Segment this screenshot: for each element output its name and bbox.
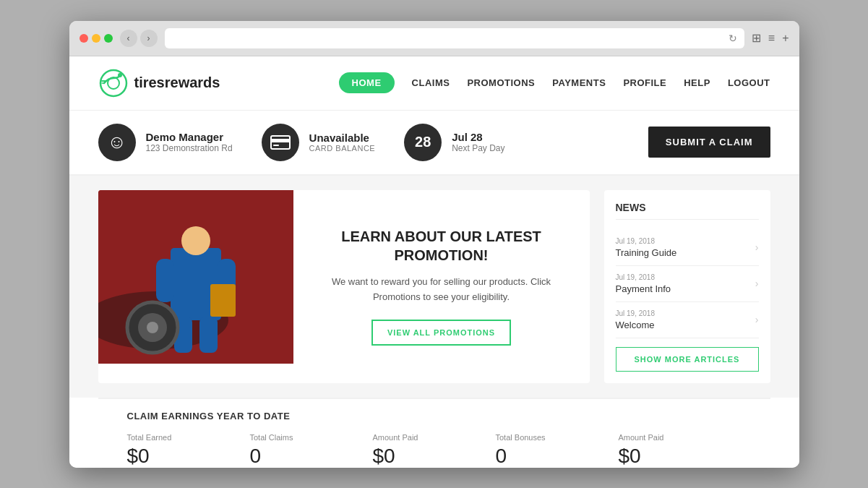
card-info: Unavailable CARD BALANCE — [262, 124, 376, 161]
nav-profile[interactable]: PROFILE — [623, 77, 666, 88]
logo-area: tiresrewards — [98, 68, 220, 98]
chevron-right-icon-0: › — [755, 241, 759, 253]
user-details: Demo Manager 123 Demonstration Rd — [146, 131, 233, 153]
traffic-lights — [80, 34, 113, 43]
earnings-section: CLAIM EARNINGS YEAR TO DATE Total Earned… — [98, 398, 770, 468]
show-more-articles-button[interactable]: SHOW MORE ARTICLES — [616, 347, 759, 372]
person-icon: ☺ — [107, 131, 126, 153]
card-status: Unavailable — [309, 132, 376, 144]
pay-label: Next Pay Day — [452, 143, 504, 153]
main-nav: HOME CLAIMS PROMOTIONS PAYMENTS PROFILE … — [339, 72, 770, 93]
svg-rect-13 — [199, 317, 218, 353]
grid-icon[interactable]: ⊞ — [752, 31, 761, 45]
user-name: Demo Manager — [146, 131, 233, 143]
site-header: tiresrewards HOME CLAIMS PROMOTIONS PAYM… — [69, 56, 799, 111]
card-label: CARD BALANCE — [309, 144, 376, 153]
address-bar[interactable]: ↻ — [165, 28, 744, 48]
stat-total-bonuses: Total Bonuses 0 — [496, 433, 619, 468]
svg-rect-5 — [273, 145, 279, 146]
promo-image — [98, 190, 293, 364]
news-date-0: Jul 19, 2018 — [616, 237, 755, 245]
pay-day-circle: 28 — [404, 124, 442, 161]
svg-point-17 — [147, 322, 158, 333]
minimize-button[interactable] — [92, 34, 100, 43]
news-name-2: Welcome — [616, 320, 755, 330]
svg-rect-4 — [271, 139, 290, 142]
pay-day-info: 28 Jul 28 Next Pay Day — [404, 124, 504, 161]
browser-actions: ⊞ ≡ + — [752, 31, 789, 45]
stat-label-1: Total Claims — [250, 433, 358, 442]
svg-point-2 — [118, 73, 122, 77]
news-item-1[interactable]: Jul 19, 2018 Payment Info › — [616, 266, 759, 302]
reload-icon[interactable]: ↻ — [729, 33, 737, 44]
news-date-2: Jul 19, 2018 — [616, 309, 755, 317]
avatar: ☺ — [98, 124, 136, 161]
stat-value-1: 0 — [250, 445, 358, 468]
svg-rect-10 — [156, 259, 174, 302]
stat-value-0: $0 — [127, 445, 236, 468]
website-content: tiresrewards HOME CLAIMS PROMOTIONS PAYM… — [69, 56, 799, 468]
nav-help[interactable]: HELP — [684, 77, 710, 88]
news-name-1: Payment Info — [616, 283, 755, 294]
nav-claims[interactable]: CLAIMS — [412, 77, 450, 88]
close-button[interactable] — [80, 34, 88, 43]
view-promotions-button[interactable]: VIEW ALL PROMOTIONS — [371, 320, 511, 346]
stat-value-2: $0 — [373, 445, 481, 468]
svg-rect-14 — [210, 284, 236, 317]
browser-chrome: ‹ › ↻ ⊞ ≡ + — [69, 21, 799, 56]
news-name-0: Training Guide — [616, 247, 755, 258]
credit-card-icon — [270, 135, 291, 150]
news-item-content-1: Jul 19, 2018 Payment Info — [616, 273, 755, 294]
card-icon-circle — [262, 124, 299, 161]
stat-label-3: Total Bonuses — [496, 433, 604, 442]
pay-day-details: Jul 28 Next Pay Day — [452, 131, 504, 153]
stat-label-4: Amount Paid — [619, 433, 727, 442]
add-tab-icon[interactable]: + — [782, 32, 788, 45]
logo-icon — [98, 68, 129, 98]
browser-window: ‹ › ↻ ⊞ ≡ + — [69, 21, 799, 468]
promo-text: LEARN ABOUT OUR LATEST PROMOTION! We wan… — [293, 190, 590, 383]
chevron-right-icon-2: › — [755, 314, 759, 325]
news-item-0[interactable]: Jul 19, 2018 Training Guide › — [616, 230, 759, 266]
news-item-content-2: Jul 19, 2018 Welcome — [616, 309, 755, 330]
user-info: ☺ Demo Manager 123 Demonstration Rd — [98, 124, 233, 161]
forward-button[interactable]: › — [140, 30, 158, 47]
stat-label-2: Amount Paid — [373, 433, 481, 442]
promo-title: LEARN ABOUT OUR LATEST PROMOTION! — [311, 227, 572, 265]
stat-total-earned: Total Earned $0 — [127, 433, 250, 468]
back-button[interactable]: ‹ — [120, 30, 137, 47]
mechanic-illustration — [98, 190, 293, 364]
user-address: 123 Demonstration Rd — [146, 143, 233, 153]
nav-promotions[interactable]: PROMOTIONS — [467, 77, 535, 88]
menu-icon[interactable]: ≡ — [768, 32, 775, 45]
pay-date: Jul 28 — [452, 131, 504, 143]
nav-logout[interactable]: LOGOUT — [728, 77, 770, 88]
nav-payments[interactable]: PAYMENTS — [552, 77, 606, 88]
main-content: LEARN ABOUT OUR LATEST PROMOTION! We wan… — [69, 176, 799, 398]
stat-value-3: 0 — [496, 445, 604, 468]
stat-value-4: $0 — [619, 445, 727, 468]
promo-section: LEARN ABOUT OUR LATEST PROMOTION! We wan… — [98, 190, 590, 383]
nav-home[interactable]: HOME — [339, 72, 395, 93]
submit-claim-button[interactable]: SUBMIT A CLAIM — [648, 127, 770, 158]
stat-bonus-amount-paid: Amount Paid $0 — [619, 433, 742, 468]
earnings-stats: Total Earned $0 Total Claims 0 Amount Pa… — [127, 433, 742, 468]
earnings-title: CLAIM EARNINGS YEAR TO DATE — [127, 411, 742, 421]
chevron-right-icon-1: › — [755, 278, 759, 289]
stat-total-claims: Total Claims 0 — [250, 433, 373, 468]
news-date-1: Jul 19, 2018 — [616, 273, 755, 281]
maximize-button[interactable] — [104, 34, 113, 43]
news-item-2[interactable]: Jul 19, 2018 Welcome › — [616, 302, 759, 338]
logo-text: tiresrewards — [134, 74, 220, 91]
stat-amount-paid: Amount Paid $0 — [373, 433, 496, 468]
stat-label-0: Total Earned — [127, 433, 236, 442]
card-details: Unavailable CARD BALANCE — [309, 132, 376, 153]
browser-nav-buttons: ‹ › — [120, 30, 158, 47]
news-item-content-0: Jul 19, 2018 Training Guide — [616, 237, 755, 258]
svg-point-9 — [181, 226, 210, 255]
promo-description: We want to reward you for selling our pr… — [311, 275, 572, 305]
news-title: NEWS — [616, 202, 759, 220]
news-section: NEWS Jul 19, 2018 Training Guide › Jul 1… — [604, 190, 770, 383]
user-bar: ☺ Demo Manager 123 Demonstration Rd Unav — [69, 111, 799, 176]
